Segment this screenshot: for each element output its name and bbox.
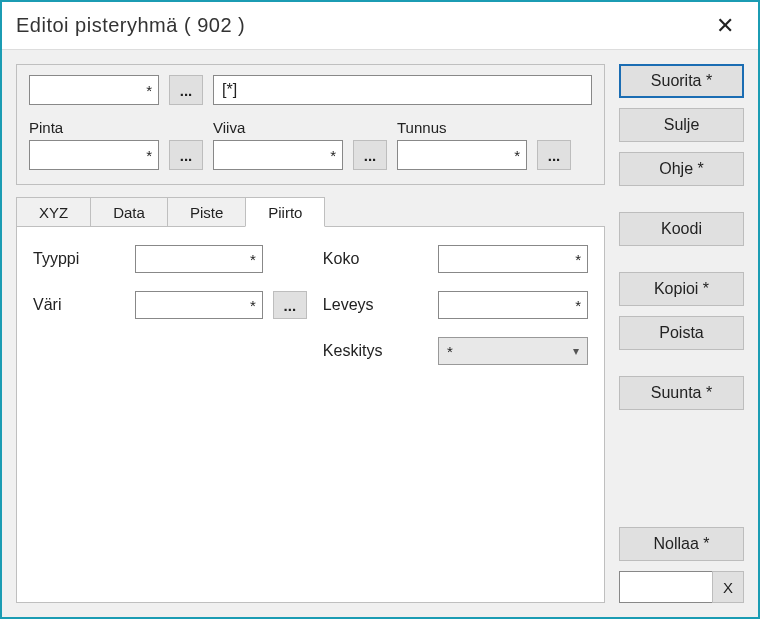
vari-browse-button[interactable]: ... bbox=[273, 291, 307, 319]
suunta-button[interactable]: Suunta * bbox=[619, 376, 744, 410]
filter-expression-input[interactable]: [*] bbox=[213, 75, 592, 105]
tyyppi-input[interactable]: * bbox=[135, 245, 263, 273]
tab-data[interactable]: Data bbox=[90, 197, 168, 227]
x-button[interactable]: X bbox=[712, 571, 744, 603]
nollaa-button[interactable]: Nollaa * bbox=[619, 527, 744, 561]
close-icon[interactable]: ✕ bbox=[706, 7, 744, 45]
vari-label: Väri bbox=[33, 296, 125, 314]
sulje-button[interactable]: Sulje bbox=[619, 108, 744, 142]
tabbar: XYZ Data Piste Piirto bbox=[16, 197, 605, 227]
action-sidebar: Suorita * Sulje Ohje * Koodi Kopioi * Po… bbox=[619, 64, 744, 603]
keskitys-value: * bbox=[447, 343, 453, 360]
pinta-browse-button[interactable]: ... bbox=[169, 140, 203, 170]
filter-first-browse-button[interactable]: ... bbox=[169, 75, 203, 105]
tab-content-piirto: Tyyppi * Koko * Väri * ... Leveys * Kesk… bbox=[16, 226, 605, 603]
vari-input[interactable]: * bbox=[135, 291, 263, 319]
viiva-browse-button[interactable]: ... bbox=[353, 140, 387, 170]
tunnus-browse-button[interactable]: ... bbox=[537, 140, 571, 170]
tab-xyz[interactable]: XYZ bbox=[16, 197, 91, 227]
suorita-button[interactable]: Suorita * bbox=[619, 64, 744, 98]
window-title: Editoi pisteryhmä ( 902 ) bbox=[16, 14, 706, 37]
pinta-input[interactable]: * bbox=[29, 140, 159, 170]
viiva-input[interactable]: * bbox=[213, 140, 343, 170]
koko-label: Koko bbox=[323, 250, 428, 268]
tunnus-label: Tunnus bbox=[397, 119, 527, 136]
chevron-down-icon: ▾ bbox=[573, 344, 579, 358]
tab-piste[interactable]: Piste bbox=[167, 197, 246, 227]
titlebar: Editoi pisteryhmä ( 902 ) ✕ bbox=[2, 2, 758, 50]
koko-input[interactable]: * bbox=[438, 245, 588, 273]
keskitys-select[interactable]: * ▾ bbox=[438, 337, 588, 365]
filter-panel: * ... [*] Pinta * ... Viiva * ... bbox=[16, 64, 605, 185]
pinta-label: Pinta bbox=[29, 119, 159, 136]
dialog-window: Editoi pisteryhmä ( 902 ) ✕ * ... [*] Pi… bbox=[0, 0, 760, 619]
koodi-button[interactable]: Koodi bbox=[619, 212, 744, 246]
poista-button[interactable]: Poista bbox=[619, 316, 744, 350]
bottom-input[interactable] bbox=[619, 571, 713, 603]
leveys-input[interactable]: * bbox=[438, 291, 588, 319]
ohje-button[interactable]: Ohje * bbox=[619, 152, 744, 186]
tyyppi-label: Tyyppi bbox=[33, 250, 125, 268]
tunnus-input[interactable]: * bbox=[397, 140, 527, 170]
filter-first-input[interactable]: * bbox=[29, 75, 159, 105]
keskitys-label: Keskitys bbox=[323, 342, 428, 360]
leveys-label: Leveys bbox=[323, 296, 428, 314]
kopioi-button[interactable]: Kopioi * bbox=[619, 272, 744, 306]
tab-piirto[interactable]: Piirto bbox=[245, 197, 325, 227]
viiva-label: Viiva bbox=[213, 119, 343, 136]
